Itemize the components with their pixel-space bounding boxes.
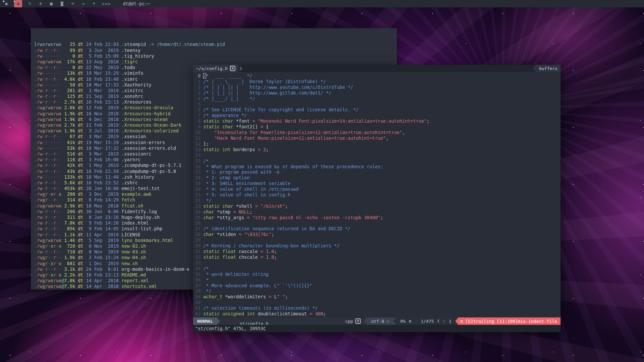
line-number: 9 <box>195 124 203 129</box>
line-number: 26 <box>195 221 203 226</box>
code-line: 16 * What program is execed by st depend… <box>195 164 561 170</box>
file-date: 18 Mar 11:48 <box>86 174 119 180</box>
line-number: 25 <box>195 215 203 220</box>
send-icon[interactable]: ➤ <box>91 0 97 7</box>
line-number: 3 <box>195 90 203 96</box>
code-line: 9 static char *font2[] = { <box>195 124 561 130</box>
file-name: .Xresources-hybrid <box>121 111 170 116</box>
file-owner: dt <box>78 65 83 70</box>
line-number: 24 <box>195 209 203 215</box>
line-number: 39 <box>195 294 203 299</box>
file-owner: dt <box>78 215 83 220</box>
file-permissions: .rw-r--r-- <box>34 226 64 231</box>
file-name: org-mode-basics-in-doom-e <box>121 266 189 272</box>
droplet-icon: ☉ <box>387 319 389 324</box>
line-number: 2 <box>195 84 203 90</box>
powerline-left-arrow-icon <box>393 317 396 325</box>
code-line: 31 static float cwscale = 1.0; <box>195 249 561 254</box>
file-owner: dt <box>78 289 83 290</box>
file-size: 53k <box>64 145 75 151</box>
folder-icon[interactable]: ▱ <box>80 0 86 7</box>
file-permissions: .rwxrwxrwx <box>34 117 64 122</box>
code-line: 33 <box>195 260 561 266</box>
file-date: 5 Feb 15:09 <box>86 53 119 59</box>
flask-icon[interactable]: ⚗ <box>38 0 44 7</box>
line-number: 29 <box>195 237 203 243</box>
image-viewer-icon[interactable]: ▦ <box>48 0 54 7</box>
tab-config-h[interactable]: ~/s/config.h H <box>193 65 238 72</box>
line-number: 37 <box>195 283 203 288</box>
file-name: index.html <box>121 220 149 226</box>
file-permissions: .rwxr--r-- <box>34 255 64 260</box>
fish-shell-indicator: ><> <box>102 1 111 6</box>
file-size: 43k <box>64 169 75 174</box>
file-owner: dt <box>78 191 83 197</box>
file-size: 41k <box>64 140 75 145</box>
file-owner: dt <box>78 105 83 110</box>
code-line: 10 "Inconsolata for Powerline:pixelsize=… <box>195 130 561 135</box>
line-number: 10 <box>195 130 203 135</box>
file-date: 3 Mar 2019 <box>86 151 119 157</box>
file-size: 7.0k <box>64 220 75 226</box>
active-workspace-icon[interactable]: ◈ <box>14 0 22 7</box>
code-line: 3 /* | |_| || | http://www.gitlab.com/dw… <box>195 90 561 96</box>
file-permissions: .rw-r--r-- <box>34 186 64 191</box>
file-owner: dt <box>78 232 83 237</box>
code-editor-area[interactable]: 0 /* ____ _____ */ 1 /* | _ \_ _| Derek … <box>193 72 561 317</box>
file-size: 4.6k <box>64 76 75 82</box>
buffers-button[interactable]: buffers <box>536 65 561 72</box>
file-date: 3 Mar 2019 <box>86 88 119 93</box>
file-size: 50 <box>64 82 75 87</box>
code-line: 8 static char *font = "Mononoki Nerd Fon… <box>195 118 561 124</box>
powerline-left-arrow-icon <box>364 317 367 325</box>
position-indicator: 0% ≡ 1/475 ℓ : 1 <box>396 317 455 325</box>
file-size: 125 <box>64 94 75 99</box>
laptop-icon[interactable]: ⌨ <box>70 0 76 7</box>
file-permissions: .rwxrwxrwx <box>34 105 64 110</box>
web-browser-icon[interactable]: ◉ <box>3 0 9 7</box>
file-owner: dt <box>78 197 83 202</box>
code-line: 2 /* | | | || | http://www.youtube.com/c… <box>195 84 561 90</box>
file-size: 42k <box>64 163 75 168</box>
file-owner: dt <box>78 134 83 139</box>
line-number: 1 <box>195 79 203 84</box>
file-owner: dt <box>78 42 83 47</box>
file-name: new-04.sh <box>121 255 146 260</box>
file-size: 7.0k <box>64 278 75 283</box>
powerline-left-arrow-icon <box>455 317 458 325</box>
file-size: 206 <box>64 209 75 214</box>
code-line: 27 /* identification sequence returned i… <box>195 226 561 232</box>
vim-tabline: ~/s/config.h H > buffers <box>193 65 561 72</box>
file-owner: dt <box>78 88 83 93</box>
file-owner: dt <box>78 249 83 254</box>
file-date: 3 Dec 2019 <box>86 191 119 197</box>
file-size: 314 <box>64 197 75 202</box>
file-date: 24 Feb 8:01 <box>86 266 119 272</box>
code-line: 26 <box>195 221 561 226</box>
file-date: 19 Mar 15:29 <box>86 140 119 145</box>
file-permissions: .rwxrwxrwx <box>34 122 64 128</box>
file-size: 720 <box>64 243 75 249</box>
file-permissions: .rwxrwxrwx <box>34 59 64 64</box>
file-date: 9 Feb 14:05 <box>86 226 119 231</box>
file-owner: dt <box>78 99 83 105</box>
video-camera-icon[interactable]: ◙ <box>59 0 65 7</box>
file-name: fidentify.log <box>121 209 157 214</box>
code-line: 36 * <box>195 277 561 283</box>
file-name: report.xml <box>121 278 149 283</box>
file-size: 2.2k <box>64 272 75 278</box>
file-name: .Xresources-dracula <box>121 105 173 110</box>
file-size: 281 <box>64 88 75 93</box>
file-date: 3 Mar 2019 <box>86 134 119 139</box>
color-picker-icon[interactable]: ✎ <box>27 0 33 7</box>
workspace-icons: ◉◈✎⚗▦◙⌨▱➤ <box>3 0 97 7</box>
file-permissions: .rwxrwxrwx <box>34 238 64 243</box>
powerline-left-arrow-icon <box>533 65 536 72</box>
vim-window[interactable]: ~/s/config.h H > buffers 0 /* ____ _____… <box>193 65 561 332</box>
line-number: 21 <box>195 192 203 197</box>
file-name: .tigrc <box>121 59 138 64</box>
code-line: 29 <box>195 237 561 243</box>
file-name: emoji-test.txt <box>121 186 160 191</box>
line-number: 14 <box>195 153 203 158</box>
file-name: .zcompdump-dt-pc-5.7.1 <box>121 163 181 168</box>
